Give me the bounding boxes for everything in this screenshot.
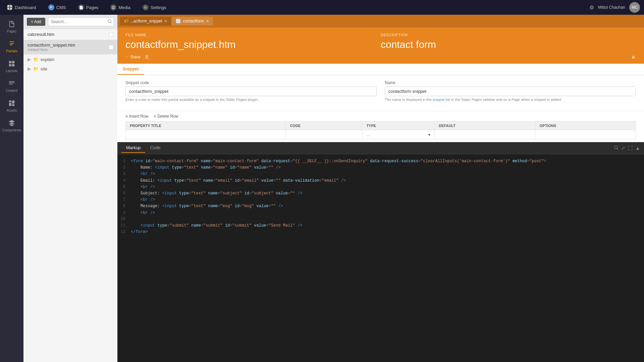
pages-sidebar-icon bbox=[8, 20, 16, 28]
editor-toolbar-right: ⤢ ⛶ ▲ bbox=[614, 145, 640, 151]
folder-item-explain[interactable]: ▶ 📁 explain bbox=[23, 55, 117, 64]
top-navigation: Dashboard P CMS 📄 Pages 🖼 Media ⚙ Settin… bbox=[0, 0, 644, 15]
tab-close-contactform[interactable]: ✕ bbox=[206, 19, 209, 23]
editor-tab-code[interactable]: Code bbox=[145, 143, 165, 153]
sidebar-item-partials[interactable]: Partials bbox=[2, 37, 22, 56]
code-line-2: 2 Name: <input type="text" name="name" i… bbox=[117, 165, 644, 171]
code-line-5: 5 <br /> bbox=[117, 184, 644, 190]
code-line-7: 7 <br /> bbox=[117, 197, 644, 203]
snippet-tab-snippet[interactable]: Snippet bbox=[117, 64, 144, 75]
sidebar-item-content[interactable]: Content bbox=[2, 77, 22, 95]
folder-icon-img: 📁 bbox=[33, 57, 39, 62]
snippet-code-field: Snippet code Enter a code to make this p… bbox=[125, 80, 377, 102]
nav-right: ⚙ Mittul Chauhan MC bbox=[589, 2, 640, 13]
values-row: contactform_snippet.htm contact form bbox=[125, 39, 636, 50]
sidebar-item-components[interactable]: Components bbox=[2, 116, 22, 135]
fullscreen-editor-button[interactable]: ⛶ bbox=[628, 145, 633, 151]
cell-default[interactable] bbox=[435, 130, 536, 139]
code-line-3: 3 <br /> bbox=[117, 171, 644, 177]
file-checkbox-contact[interactable] bbox=[109, 45, 113, 50]
cell-code[interactable] bbox=[286, 130, 362, 139]
main-content: 🏷 ...actform_snippet ✕ ⬜ contactform ✕ F… bbox=[117, 15, 644, 362]
editor-tab-markup[interactable]: Markup bbox=[121, 143, 145, 153]
tab-bar: 🏷 ...actform_snippet ✕ ⬜ contactform ✕ bbox=[117, 15, 644, 27]
file-item-calcresult[interactable]: calcresult.htm bbox=[23, 29, 117, 40]
collapse-editor-button[interactable]: ▲ bbox=[635, 145, 640, 151]
svg-rect-11 bbox=[12, 104, 14, 106]
cell-options[interactable] bbox=[535, 130, 636, 139]
svg-rect-6 bbox=[9, 64, 11, 66]
save-button[interactable]: ✓ Save bbox=[125, 54, 141, 59]
expand-editor-button[interactable]: ⤢ bbox=[621, 145, 625, 151]
app-body: Pages Partials Layouts Content Assets bbox=[0, 15, 644, 362]
tab-icon-contactform: ⬜ bbox=[176, 19, 181, 23]
sidebar-item-assets[interactable]: Assets bbox=[2, 97, 22, 115]
nav-pages[interactable]: 📄 Pages bbox=[75, 3, 101, 12]
file-checkbox-calcresult[interactable] bbox=[109, 32, 113, 37]
file-item-contactform[interactable]: contactform_snippet.htm contact form bbox=[23, 40, 117, 55]
delete-row-button[interactable]: ≡ Delete Row bbox=[154, 114, 178, 119]
search-box bbox=[48, 17, 114, 26]
insert-row-button[interactable]: ≡ Insert Row bbox=[125, 114, 148, 119]
search-button[interactable] bbox=[107, 19, 112, 25]
settings-icon-right[interactable]: ⚙ bbox=[589, 4, 594, 11]
col-property-title: PROPERTY TITLE bbox=[126, 122, 286, 130]
svg-rect-2 bbox=[7, 8, 9, 10]
header-actions: ✓ Save 🗑 ▲ bbox=[125, 54, 636, 60]
sidebar-item-pages[interactable]: Pages bbox=[2, 17, 22, 36]
file-item-info: calcresult.htm bbox=[28, 32, 54, 37]
orange-header: FILE NAME DESCRIPTION contactform_snippe… bbox=[117, 27, 644, 64]
snippet-body: Snippet code Enter a code to make this p… bbox=[117, 75, 644, 111]
snippet-list-link[interactable]: snippet list bbox=[433, 98, 450, 102]
svg-rect-7 bbox=[12, 64, 14, 66]
assets-sidebar-icon bbox=[8, 99, 16, 107]
svg-rect-8 bbox=[9, 101, 11, 103]
header-description: contact form bbox=[381, 39, 636, 50]
snippet-code-input[interactable] bbox=[125, 86, 377, 96]
search-editor-button[interactable] bbox=[614, 145, 619, 151]
delete-button[interactable]: 🗑 bbox=[145, 54, 149, 59]
property-table-wrapper: PROPERTY TITLE CODE TYPE DEFAULT OPTIONS bbox=[117, 121, 644, 142]
snippet-code-hint: Enter a code to make this partial availa… bbox=[125, 98, 377, 102]
file-sidebar: + Add calcresult.htm contactform_sni bbox=[23, 15, 117, 362]
svg-point-14 bbox=[614, 146, 618, 149]
settings-icon: ⚙ bbox=[143, 4, 149, 10]
folder-icon-img-site: 📁 bbox=[33, 66, 39, 71]
snippet-name-input[interactable] bbox=[385, 86, 636, 96]
file-list: calcresult.htm contactform_snippet.htm c… bbox=[23, 29, 117, 362]
cell-property-title[interactable] bbox=[126, 130, 286, 139]
sidebar-item-layouts[interactable]: Layouts bbox=[2, 57, 22, 75]
property-toolbar: ≡ Insert Row ≡ Delete Row bbox=[117, 111, 644, 121]
partials-sidebar-icon bbox=[8, 40, 16, 48]
code-editor[interactable]: 1 <form id="main-contact-form" name="mai… bbox=[117, 154, 644, 362]
layouts-sidebar-icon bbox=[8, 60, 16, 68]
avatar[interactable]: MC bbox=[629, 2, 640, 13]
snippet-name-field: Name The name is displayed in the snippe… bbox=[385, 80, 636, 102]
snippet-fields: Snippet code Enter a code to make this p… bbox=[125, 80, 636, 102]
nav-dashboard[interactable]: Dashboard bbox=[4, 3, 39, 12]
cell-type[interactable]: ... ▾ bbox=[362, 130, 435, 139]
delete-icon: ≡ bbox=[154, 114, 156, 119]
code-line-10: 10 bbox=[117, 216, 644, 223]
code-line-9: 9 <br /> bbox=[117, 210, 644, 216]
add-button[interactable]: + Add bbox=[27, 18, 45, 26]
tab-close-actform[interactable]: ✕ bbox=[164, 19, 167, 23]
cms-icon: P bbox=[48, 4, 54, 10]
nav-settings[interactable]: ⚙ Settings bbox=[140, 3, 169, 12]
search-input[interactable] bbox=[48, 17, 114, 26]
tab-contactform[interactable]: ⬜ contactform ✕ bbox=[172, 17, 213, 25]
svg-line-15 bbox=[617, 148, 618, 149]
nav-media[interactable]: 🖼 Media bbox=[108, 3, 133, 12]
folder-item-site[interactable]: ▶ 📁 site bbox=[23, 64, 117, 73]
content-panel: Snippet Snippet code Enter a code to mak… bbox=[117, 64, 644, 142]
svg-rect-4 bbox=[9, 61, 11, 63]
tab-actform[interactable]: 🏷 ...actform_snippet ✕ bbox=[120, 17, 171, 25]
file-sidebar-header: + Add bbox=[23, 15, 117, 29]
collapse-button[interactable]: ▲ bbox=[631, 54, 636, 60]
svg-rect-0 bbox=[7, 5, 9, 7]
nav-cms[interactable]: P CMS bbox=[46, 3, 69, 12]
chevron-right-icon-site: ▶ bbox=[28, 66, 31, 71]
components-sidebar-icon bbox=[8, 119, 16, 127]
icon-sidebar: Pages Partials Layouts Content Assets bbox=[0, 15, 23, 362]
field-labels: FILE NAME DESCRIPTION bbox=[125, 33, 636, 37]
